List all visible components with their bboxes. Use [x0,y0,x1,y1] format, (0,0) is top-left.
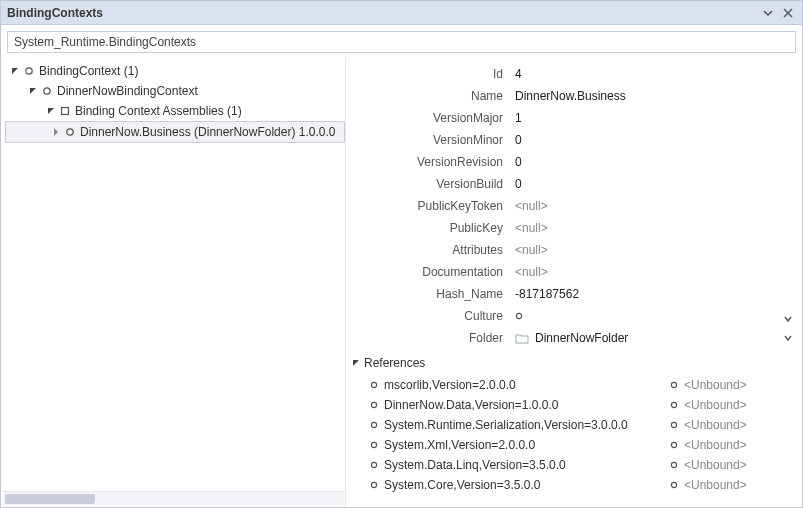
tree-node-label: BindingContext (1) [39,64,138,78]
tree-node-business-assembly[interactable]: DinnerNow.Business (DinnerNowFolder) 1.0… [5,121,345,143]
close-icon[interactable] [780,5,796,21]
property-row: PublicKeyToken <null> [350,195,792,217]
scrollbar-thumb[interactable] [5,494,95,504]
tree-node-dinnernow[interactable]: DinnerNowBindingContext [5,81,345,101]
body: BindingContext (1) DinnerNowBindingConte… [1,57,802,507]
circle-icon [515,312,523,320]
property-value[interactable]: 0 [515,155,792,169]
references-list: mscorlib,Version=2.0.0.0 <Unbound> Dinne… [350,375,792,495]
property-row: VersionBuild 0 [350,173,792,195]
property-row: Name DinnerNow.Business [350,85,792,107]
horizontal-scrollbar[interactable] [3,491,345,505]
property-row: VersionRevision 0 [350,151,792,173]
svg-point-4 [516,313,521,318]
property-value[interactable]: <null> [515,199,792,213]
circle-icon [23,65,35,77]
circle-icon [370,421,378,429]
property-label: VersionMinor [350,133,515,147]
svg-point-6 [671,382,676,387]
reference-row[interactable]: System.Xml,Version=2.0.0.0 <Unbound> [350,435,792,455]
property-label: Documentation [350,265,515,279]
culture-dropdown[interactable] [515,312,792,320]
svg-point-16 [671,482,676,487]
property-label: Id [350,67,515,81]
reference-name: System.Runtime.Serialization,Version=3.0… [384,418,628,432]
expander-icon[interactable] [350,357,362,369]
property-label: PublicKey [350,221,515,235]
dropdown-icon[interactable] [760,5,776,21]
tree-panel: BindingContext (1) DinnerNowBindingConte… [1,57,346,507]
property-row-folder: Folder DinnerNowFolder [350,327,792,349]
property-value[interactable]: <null> [515,265,792,279]
folder-dropdown[interactable]: DinnerNowFolder [515,331,792,345]
expander-icon[interactable] [50,126,62,138]
references-header[interactable]: References [350,353,792,373]
reference-name: System.Core,Version=3.5.0.0 [384,478,540,492]
circle-icon [41,85,53,97]
property-label: VersionMajor [350,111,515,125]
svg-point-9 [371,422,376,427]
tree-node-label: DinnerNowBindingContext [57,84,198,98]
expander-icon[interactable] [45,105,57,117]
tree-node-bindingcontext[interactable]: BindingContext (1) [5,61,345,81]
breadcrumb-text: System_Runtime.BindingContexts [14,35,196,49]
property-label: VersionBuild [350,177,515,191]
property-label: VersionRevision [350,155,515,169]
svg-point-0 [26,68,32,74]
reference-row[interactable]: System.Core,Version=3.5.0.0 <Unbound> [350,475,792,495]
svg-point-14 [671,462,676,467]
circle-icon [370,441,378,449]
reference-row[interactable]: System.Runtime.Serialization,Version=3.0… [350,415,792,435]
reference-row[interactable]: System.Data.Linq,Version=3.5.0.0 <Unboun… [350,455,792,475]
property-label: Attributes [350,243,515,257]
property-value[interactable]: DinnerNow.Business [515,89,792,103]
properties-panel: Id 4 Name DinnerNow.Business VersionMajo… [346,57,802,507]
property-row: Hash_Name -817187562 [350,283,792,305]
breadcrumb-bar[interactable]: System_Runtime.BindingContexts [7,31,796,53]
square-icon [59,105,71,117]
reference-status: <Unbound> [684,418,747,432]
circle-icon [670,441,678,449]
property-value[interactable]: 1 [515,111,792,125]
reference-status: <Unbound> [684,398,747,412]
circle-icon [670,421,678,429]
svg-point-7 [371,402,376,407]
property-label: Culture [350,309,515,323]
property-value[interactable]: 4 [515,67,792,81]
property-value[interactable]: 0 [515,177,792,191]
property-value[interactable]: -817187562 [515,287,792,301]
circle-icon [670,461,678,469]
chevron-down-icon[interactable] [784,334,792,342]
chevron-down-icon[interactable] [784,315,792,323]
property-label: Folder [350,331,515,345]
expander-icon[interactable] [9,65,21,77]
property-row-culture: Culture [350,305,792,327]
svg-point-8 [671,402,676,407]
tree[interactable]: BindingContext (1) DinnerNowBindingConte… [1,57,345,491]
tree-node-label: Binding Context Assemblies (1) [75,104,242,118]
window: BindingContexts System_Runtime.BindingCo… [0,0,803,508]
expander-icon[interactable] [27,85,39,97]
property-row: Attributes <null> [350,239,792,261]
svg-point-1 [44,88,50,94]
property-value[interactable]: <null> [515,221,792,235]
svg-point-3 [67,129,73,135]
window-title: BindingContexts [7,6,103,20]
reference-status: <Unbound> [684,458,747,472]
property-value[interactable]: 0 [515,133,792,147]
reference-status: <Unbound> [684,438,747,452]
property-row: VersionMajor 1 [350,107,792,129]
circle-icon [670,381,678,389]
circle-icon [370,401,378,409]
reference-row[interactable]: mscorlib,Version=2.0.0.0 <Unbound> [350,375,792,395]
reference-row[interactable]: DinnerNow.Data,Version=1.0.0.0 <Unbound> [350,395,792,415]
circle-icon [670,401,678,409]
folder-value: DinnerNowFolder [535,331,628,345]
reference-name: System.Data.Linq,Version=3.5.0.0 [384,458,566,472]
circle-icon [370,461,378,469]
svg-point-15 [371,482,376,487]
tree-node-assemblies[interactable]: Binding Context Assemblies (1) [5,101,345,121]
property-row: Id 4 [350,63,792,85]
references-label: References [364,356,425,370]
property-value[interactable]: <null> [515,243,792,257]
